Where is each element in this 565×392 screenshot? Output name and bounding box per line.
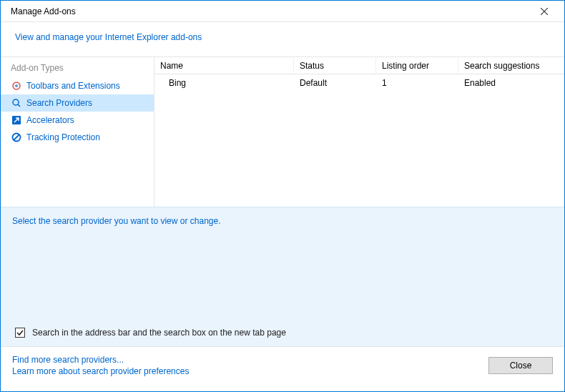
learn-more-link[interactable]: Learn more about search provider prefere… [12,366,189,376]
sidebar-item-label: Toolbars and Extensions [26,81,120,91]
content-table: Name Status Listing order Search suggest… [154,57,564,207]
titlebar: Manage Add-ons [1,1,564,22]
sidebar: Add-on Types Toolbars and Extensions Sea… [1,57,154,207]
footer-links: Find more search providers... Learn more… [12,355,189,376]
subheader-text: View and manage your Internet Explorer a… [15,32,202,42]
sidebar-item-label: Accelerators [26,115,74,125]
cell-status: Default [294,76,376,90]
svg-point-4 [13,99,19,105]
find-providers-link[interactable]: Find more search providers... [12,355,189,365]
table-header[interactable]: Name Status Listing order Search suggest… [154,57,564,74]
detail-pane: Select the search provider you want to v… [1,207,564,346]
col-header-name[interactable]: Name [154,58,294,74]
sidebar-item-search[interactable]: Search Providers [1,94,154,112]
sidebar-item-toolbars[interactable]: Toolbars and Extensions [1,77,154,94]
gear-icon [11,80,22,92]
col-header-status[interactable]: Status [294,58,376,74]
checkbox-row: Search in the address bar and the search… [15,328,286,338]
svg-line-8 [14,134,19,140]
main-area: Add-on Types Toolbars and Extensions Sea… [1,57,564,207]
block-icon [11,132,22,143]
search-address-checkbox[interactable] [15,328,25,338]
close-button[interactable]: Close [488,357,553,374]
svg-line-5 [18,104,20,107]
cell-order: 1 [376,76,458,90]
sidebar-item-tracking[interactable]: Tracking Protection [1,129,154,146]
cell-suggestions: Enabled [458,76,564,90]
checkbox-label: Search in the address bar and the search… [32,328,286,338]
table-row[interactable]: Bing Default 1 Enabled [154,74,564,92]
sidebar-item-label: Tracking Protection [26,132,100,142]
sidebar-item-accelerators[interactable]: Accelerators [1,112,154,129]
window-title: Manage Add-ons [11,6,76,16]
col-header-suggestions[interactable]: Search suggestions [458,58,564,74]
sidebar-header: Add-on Types [1,57,154,77]
arrow-icon [11,114,22,126]
subheader: View and manage your Internet Explorer a… [1,22,564,57]
detail-hint: Select the search provider you want to v… [12,216,553,226]
search-icon [11,97,22,109]
footer: Find more search providers... Learn more… [1,346,564,383]
sidebar-item-label: Search Providers [26,98,92,108]
svg-point-3 [15,84,18,87]
col-header-order[interactable]: Listing order [376,58,458,74]
close-icon[interactable] [530,1,559,21]
cell-name: Bing [154,76,294,90]
